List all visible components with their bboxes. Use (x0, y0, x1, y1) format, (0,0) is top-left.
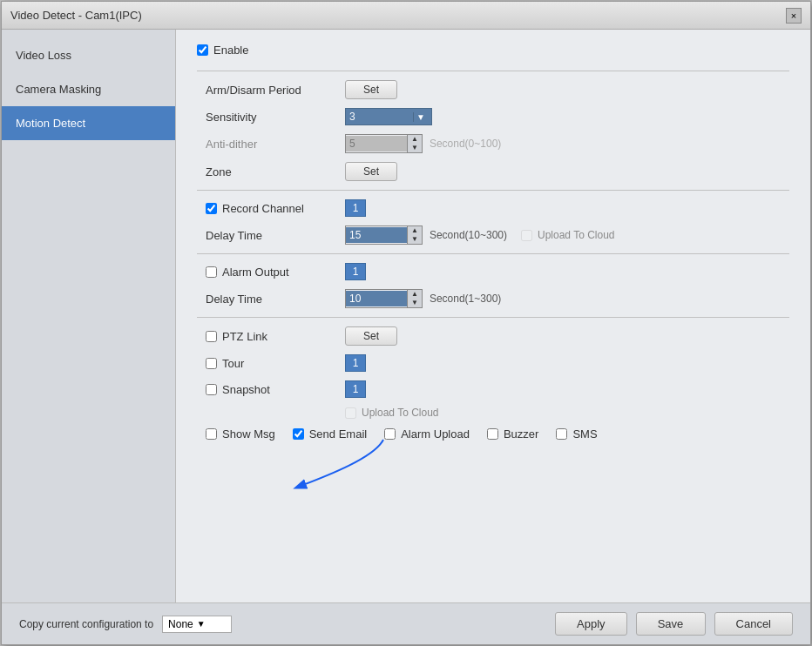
main-panel: Enable Arm/Disarm Period Set Sensitivity… (176, 30, 810, 602)
show-msg-label: Show Msg (222, 427, 275, 441)
dialog-title: Video Detect - Cam1(IPC) (10, 9, 142, 22)
sensitivity-row: Sensitivity 3 ▼ (197, 108, 789, 125)
show-msg-checkbox-label[interactable]: Show Msg (206, 427, 275, 441)
anti-dither-input[interactable] (346, 136, 407, 151)
snapshot-row: Snapshot 1 (197, 380, 789, 398)
save-button[interactable]: Save (636, 612, 706, 636)
upload-cloud-label: Upload To Cloud (345, 407, 439, 419)
cancel-button[interactable]: Cancel (714, 612, 793, 636)
sms-label: SMS (572, 427, 597, 441)
anti-dither-unit: Second(0~100) (430, 138, 501, 150)
sidebar-item-video-loss[interactable]: Video Loss (2, 38, 175, 72)
sidebar-item-camera-masking[interactable]: Camera Masking (2, 72, 175, 106)
send-email-checkbox[interactable] (293, 428, 304, 440)
notification-checks-row: Show Msg Send Email Alarm Upload Buzzer … (197, 427, 789, 441)
tour-value: 1 (345, 354, 366, 372)
anti-dither-label: Anti-dither (206, 138, 345, 151)
alarm-output-label: Alarm Output (222, 266, 289, 279)
annotation-arrow (261, 431, 436, 501)
buzzer-checkbox-label[interactable]: Buzzer (487, 427, 538, 441)
record-channel-checkbox[interactable] (206, 203, 217, 214)
bottom-bar: Copy current configuration to None ▼ App… (2, 602, 810, 644)
zone-row: Zone Set (197, 162, 789, 181)
delay-time-alarm-arrows: ▲ ▼ (407, 290, 422, 307)
alarm-output-checkbox-label[interactable]: Alarm Output (206, 266, 289, 279)
zone-label: Zone (206, 165, 345, 178)
ptz-link-set-button[interactable]: Set (345, 326, 397, 346)
anti-dither-up-icon[interactable]: ▲ (408, 135, 422, 144)
upload-to-cloud-record-label: Upload To Cloud (521, 229, 615, 241)
show-msg-checkbox[interactable] (206, 428, 217, 440)
ptz-link-row: PTZ Link Set (197, 326, 789, 346)
anti-dither-spinbox[interactable]: ▲ ▼ (345, 134, 423, 153)
delay-time-alarm-input[interactable] (346, 291, 407, 306)
arm-disarm-label: Arm/Disarm Period (206, 84, 345, 97)
send-email-checkbox-label[interactable]: Send Email (293, 427, 367, 441)
snapshot-checkbox-label[interactable]: Snapshot (206, 383, 270, 396)
snapshot-value: 1 (345, 380, 366, 398)
tour-row: Tour 1 (197, 354, 789, 372)
copy-dropdown[interactable]: None ▼ (162, 616, 232, 633)
close-button[interactable]: × (786, 8, 802, 24)
record-channel-label: Record Channel (222, 202, 304, 215)
delay-time-alarm-label: Delay Time (206, 293, 345, 306)
enable-checkbox-label[interactable]: Enable (197, 44, 248, 57)
copy-value: None (168, 618, 193, 630)
sensitivity-dropdown[interactable]: 3 ▼ (345, 108, 432, 125)
sidebar: Video Loss Camera Masking Motion Detect (2, 30, 176, 602)
zone-set-button[interactable]: Set (345, 162, 397, 181)
sensitivity-value: 3 (349, 111, 413, 123)
apply-button[interactable]: Apply (555, 612, 627, 636)
enable-label: Enable (213, 44, 248, 57)
copy-arrow-icon: ▼ (197, 619, 206, 629)
delay-time-alarm-up-icon[interactable]: ▲ (408, 290, 422, 299)
enable-row: Enable (197, 44, 789, 57)
content-area: Video Loss Camera Masking Motion Detect … (2, 30, 810, 602)
record-channel-row: Record Channel 1 (197, 199, 789, 217)
alarm-output-checkbox[interactable] (206, 266, 217, 278)
ptz-link-checkbox-label[interactable]: PTZ Link (206, 330, 267, 343)
alarm-output-value: 1 (345, 263, 366, 280)
upload-to-cloud-record-checkbox[interactable] (521, 230, 532, 241)
alarm-upload-checkbox-label[interactable]: Alarm Upload (384, 427, 470, 441)
buzzer-label: Buzzer (504, 427, 538, 441)
delay-time-alarm-down-icon[interactable]: ▼ (408, 299, 422, 307)
delay-time-record-down-icon[interactable]: ▼ (408, 235, 422, 244)
alarm-upload-label: Alarm Upload (401, 427, 470, 441)
delay-time-alarm-row: Delay Time ▲ ▼ Second(1~300) (197, 289, 789, 308)
delay-time-record-input[interactable] (346, 227, 407, 243)
upload-cloud-row: Upload To Cloud (197, 407, 789, 419)
anti-dither-row: Anti-dither ▲ ▼ Second(0~100) (197, 134, 789, 153)
anti-dither-arrows: ▲ ▼ (407, 135, 422, 152)
copy-label: Copy current configuration to (19, 618, 153, 630)
delay-time-record-up-icon[interactable]: ▲ (408, 226, 422, 235)
record-channel-checkbox-label[interactable]: Record Channel (206, 202, 304, 215)
anti-dither-down-icon[interactable]: ▼ (408, 144, 422, 152)
alarm-upload-checkbox[interactable] (384, 428, 396, 440)
delay-time-record-spinbox[interactable]: ▲ ▼ (345, 225, 423, 245)
sms-checkbox-label[interactable]: SMS (556, 427, 597, 441)
snapshot-checkbox[interactable] (206, 384, 217, 395)
enable-checkbox[interactable] (197, 44, 208, 56)
delay-time-alarm-spinbox[interactable]: ▲ ▼ (345, 289, 423, 308)
sidebar-item-motion-detect[interactable]: Motion Detect (2, 106, 175, 140)
snapshot-label: Snapshot (222, 383, 270, 396)
delay-time-record-arrows: ▲ ▼ (407, 226, 422, 244)
delay-time-record-row: Delay Time ▲ ▼ Second(10~300) Upload To … (197, 225, 789, 245)
tour-label: Tour (222, 357, 244, 370)
arm-disarm-set-button[interactable]: Set (345, 80, 397, 99)
ptz-link-checkbox[interactable] (206, 331, 217, 342)
send-email-label: Send Email (309, 427, 367, 441)
delay-time-alarm-unit: Second(1~300) (430, 293, 501, 305)
delay-time-record-unit: Second(10~300) (430, 229, 507, 241)
upload-cloud-checkbox[interactable] (345, 407, 356, 419)
record-channel-value: 1 (345, 199, 366, 217)
sensitivity-label: Sensitivity (206, 111, 345, 124)
delay-time-record-label: Delay Time (206, 229, 345, 242)
buzzer-checkbox[interactable] (487, 428, 498, 440)
ptz-link-label: PTZ Link (222, 330, 267, 343)
title-bar: Video Detect - Cam1(IPC) × (2, 2, 810, 30)
sms-checkbox[interactable] (556, 428, 567, 440)
tour-checkbox-label[interactable]: Tour (206, 357, 244, 370)
tour-checkbox[interactable] (206, 358, 217, 369)
